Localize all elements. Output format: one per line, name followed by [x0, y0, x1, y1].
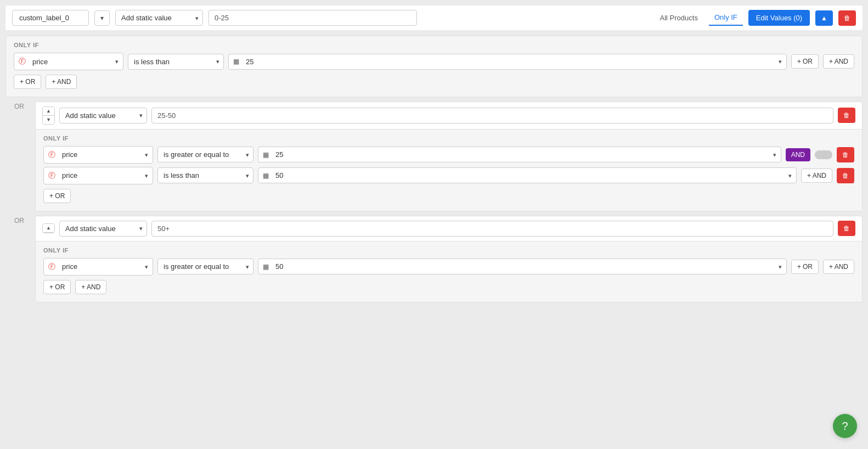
rule-body-3: ONLY IF Ⓕ price is greater or equal to [35, 242, 863, 302]
and-toggle-2-1[interactable] [815, 150, 832, 159]
operator-select-3-1[interactable]: is greater or equal to [157, 259, 253, 274]
sort-up-3[interactable]: ▲ [43, 224, 54, 233]
value-icon-3-1: ▦ [258, 260, 273, 274]
value-input-2[interactable] [151, 108, 833, 124]
bottom-actions-1: + OR + AND [14, 75, 854, 89]
bottom-actions-2: + OR [43, 189, 854, 203]
price-icon-2-2: Ⓕ [44, 167, 60, 184]
field-select-wrapper-1-1: Ⓕ price [14, 53, 123, 70]
add-static-value-select-2[interactable]: Add static value [59, 108, 147, 124]
operator-select-wrapper-2-1: is greater or equal to [157, 147, 253, 162]
value-select-wrapper-3-1: ▦ 50 [258, 259, 787, 274]
field-select-3-1[interactable]: price [60, 259, 153, 274]
field-select-2-2[interactable]: price [60, 168, 153, 183]
page-container: custom_label_0 ▾ Add static value All Pr… [0, 0, 868, 449]
add-static-value-wrapper: Add static value [115, 10, 203, 26]
value-select-3-1[interactable]: 50 [273, 259, 786, 274]
value-icon-2-1: ▦ [258, 148, 273, 162]
value-icon-2-2: ▦ [258, 169, 273, 183]
only-if-tab[interactable]: Only IF [709, 10, 743, 26]
label-box: custom_label_0 [12, 10, 89, 26]
value-icon-1-1: ▦ [229, 54, 244, 69]
or-sep-row3: OR ▲ Add static value 🗑 ONLY IF [5, 216, 863, 302]
only-if-label-3: ONLY IF [43, 247, 854, 254]
bottom-and-btn-3[interactable]: + AND [75, 280, 106, 294]
operator-select-2-1[interactable]: is greater or equal to [157, 147, 253, 162]
up-arrow-btn[interactable]: ▲ [815, 10, 833, 26]
or-sep-row2: OR ▲ ▼ Add static value 🗑 O [5, 102, 863, 211]
operator-select-1-1[interactable]: is less than [128, 54, 224, 70]
only-if-section-2: ONLY IF Ⓕ price is greater or equal to [36, 130, 862, 211]
rule-body-2: ONLY IF Ⓕ price is greater or equal to [35, 130, 863, 211]
or-connector: OR [5, 102, 33, 110]
or-btn-3-1[interactable]: + OR [791, 260, 819, 274]
add-static-value-wrapper-3: Add static value [59, 221, 147, 237]
all-products-btn[interactable]: All Products [655, 10, 703, 25]
bottom-or-btn-3[interactable]: + OR [43, 280, 71, 294]
condition-row-2-2: Ⓕ price is less than ▦ [43, 167, 854, 184]
only-if-label-2: ONLY IF [43, 135, 854, 142]
label-chevron-btn[interactable]: ▾ [94, 10, 110, 26]
operator-select-2-2[interactable]: is less than [157, 167, 253, 183]
sort-down-2[interactable]: ▼ [43, 116, 54, 124]
value-select-1-1[interactable]: 25 [244, 54, 786, 69]
and-btn-purple-2-1[interactable]: AND [786, 148, 810, 161]
bottom-actions-3: + OR + AND [43, 280, 854, 294]
edit-values-btn[interactable]: Edit Values (0) [748, 10, 810, 26]
delete-btn-2[interactable]: 🗑 [838, 108, 855, 123]
bottom-or-btn-2[interactable]: + OR [43, 189, 71, 203]
price-icon-1-1: Ⓕ [14, 53, 30, 70]
delete-btn-3[interactable]: 🗑 [838, 221, 855, 236]
or-connector-3: OR [5, 216, 33, 224]
rule-header-3: ▲ Add static value 🗑 [35, 216, 863, 242]
rule-header-2: ▲ ▼ Add static value 🗑 [35, 102, 863, 130]
rule-block-3-wrapper: ▲ Add static value 🗑 ONLY IF Ⓕ [35, 216, 863, 302]
rule-block-1: ONLY IF Ⓕ price is less than ▦ [5, 36, 863, 97]
and-btn-1-1[interactable]: + AND [823, 54, 854, 69]
sort-arrows-2: ▲ ▼ [42, 106, 55, 125]
price-icon-2-1: Ⓕ [44, 147, 60, 163]
only-if-label-1: ONLY IF [14, 42, 854, 48]
sort-arrows-3: ▲ [42, 223, 55, 233]
float-help-btn[interactable]: ? [833, 414, 857, 438]
sort-up-2[interactable]: ▲ [43, 107, 54, 116]
value-select-wrapper-1-1: ▦ 25 [228, 54, 787, 70]
and-btn-3-1[interactable]: + AND [823, 260, 854, 274]
add-static-value-wrapper-2: Add static value [59, 108, 147, 124]
condition-row-3-1: Ⓕ price is greater or equal to ▦ [43, 258, 854, 276]
rule-block-2-wrapper: ▲ ▼ Add static value 🗑 ONLY IF [35, 102, 863, 211]
operator-select-wrapper-2-2: is less than [157, 167, 253, 183]
value-select-2-2[interactable]: 50 [273, 168, 796, 183]
delete-condition-2-2[interactable]: 🗑 [837, 168, 854, 183]
delete-condition-2-1[interactable]: 🗑 [837, 147, 854, 162]
top-delete-btn[interactable]: 🗑 [838, 10, 856, 26]
value-input-3[interactable] [151, 221, 833, 237]
value-select-wrapper-2-1: ▦ 25 [258, 147, 781, 162]
operator-select-wrapper-1-1: is less than [128, 54, 224, 70]
field-select-wrapper-2-1: Ⓕ price [43, 146, 153, 164]
add-static-value-select[interactable]: Add static value [115, 10, 203, 26]
field-select-wrapper-3-1: Ⓕ price [43, 258, 153, 276]
value-input-top[interactable] [208, 10, 417, 26]
price-icon-3-1: Ⓕ [44, 259, 60, 275]
or-label-3: OR [5, 217, 33, 224]
condition-row-1-1: Ⓕ price is less than ▦ 25 + OR [14, 53, 854, 70]
only-if-section-3: ONLY IF Ⓕ price is greater or equal to [36, 242, 862, 302]
and-btn-2-2[interactable]: + AND [801, 169, 832, 183]
or-label-2: OR [5, 103, 33, 110]
bottom-and-btn-1[interactable]: + AND [46, 75, 77, 89]
field-select-wrapper-2-2: Ⓕ price [43, 167, 153, 184]
value-select-2-1[interactable]: 25 [273, 147, 781, 162]
value-select-wrapper-2-2: ▦ 50 [258, 167, 797, 183]
field-select-2-1[interactable]: price [60, 147, 153, 162]
condition-row-2-1: Ⓕ price is greater or equal to ▦ [43, 146, 854, 164]
bottom-or-btn-1[interactable]: + OR [14, 75, 41, 89]
add-static-value-select-3[interactable]: Add static value [59, 221, 147, 237]
field-select-1-1[interactable]: price [30, 54, 123, 69]
operator-select-wrapper-3-1: is greater or equal to [157, 259, 253, 274]
top-row: custom_label_0 ▾ Add static value All Pr… [5, 5, 863, 30]
or-btn-1-1[interactable]: + OR [791, 54, 819, 69]
